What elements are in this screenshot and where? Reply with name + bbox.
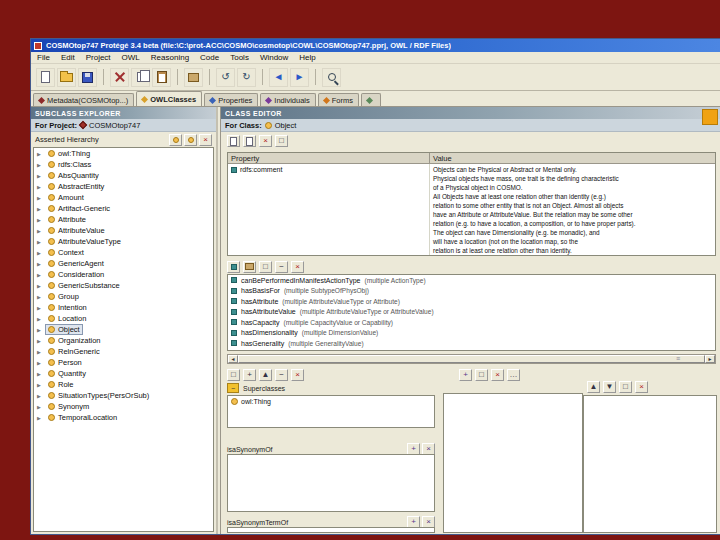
remove-superclass-button[interactable]: − [275,369,288,381]
delete-button[interactable]: × [491,369,504,381]
create-class-button[interactable] [169,134,182,146]
expand-arrow-icon[interactable]: ▶ [37,261,43,267]
menu-item[interactable]: Reasoning [151,53,189,62]
undo-button[interactable]: ↺ [216,68,235,87]
widget-state-icon[interactable]: − [227,383,239,393]
back-button[interactable]: ◄ [269,68,288,87]
delete-property-button[interactable]: × [291,261,304,273]
menu-item[interactable]: Tools [230,53,249,62]
delete-button[interactable]: × [635,381,648,393]
tree-item[interactable]: ▶ GenericAgent [34,258,213,269]
expand-arrow-icon[interactable]: ▶ [37,239,43,245]
tree-item[interactable]: ▶ Synonym [34,401,213,412]
add-existing-property-button[interactable] [243,261,256,273]
expand-arrow-icon[interactable]: ▶ [37,371,43,377]
expand-arrow-icon[interactable]: ▶ [37,316,43,322]
create-annotation-button[interactable] [227,135,240,147]
expand-arrow-icon[interactable]: ▶ [37,195,43,201]
tree-item[interactable]: ▶ Organization [34,335,213,346]
move-up-button[interactable]: ▲ [259,369,272,381]
create-superclass-button[interactable]: + [243,369,256,381]
expand-arrow-icon[interactable]: ▶ [37,283,43,289]
more-button[interactable]: … [507,369,520,381]
tree-item[interactable]: ▶ Role [34,379,213,390]
find-button[interactable] [322,68,341,87]
redo-button[interactable]: ↻ [237,68,256,87]
properties-list[interactable]: canBePerformedInManifestActionType (mult… [227,274,716,351]
create-property-button[interactable] [227,261,240,273]
tab[interactable] [361,93,381,106]
scroll-right-button[interactable]: ► [705,355,715,363]
expand-arrow-icon[interactable]: ▶ [37,162,43,168]
expand-arrow-icon[interactable]: ▶ [37,393,43,399]
view-property-button[interactable]: □ [259,261,272,273]
expand-arrow-icon[interactable]: ▶ [37,382,43,388]
middle-widget-box[interactable] [443,393,583,533]
expand-arrow-icon[interactable]: ▶ [37,327,43,333]
new-project-button[interactable] [36,68,55,87]
delete-class-button[interactable]: × [199,134,212,146]
tree-item[interactable]: ▶ AbstractEntity [34,181,213,192]
tab[interactable]: Metadata(COSMOtop...) [33,93,134,106]
tree-item[interactable]: ▶ rdfs:Class [34,159,213,170]
tree-item[interactable]: ▶ TemporalLocation [34,412,213,423]
menu-item[interactable]: Project [86,53,111,62]
delete-superclass-button[interactable]: × [291,369,304,381]
create-button[interactable]: + [459,369,472,381]
tree-item[interactable]: ▶ Amount [34,192,213,203]
menu-item[interactable]: Code [200,53,219,62]
tab[interactable]: Forms [318,93,359,106]
property-row[interactable]: hasAttributeValue (multiple AttributeVal… [228,307,715,318]
paste-button[interactable] [152,68,171,87]
tree-item[interactable]: ▶ Artifact-Generic [34,203,213,214]
synonym-value-box[interactable] [227,454,435,512]
expand-arrow-icon[interactable]: ▶ [37,250,43,256]
tree-item[interactable]: ▶ Consideration [34,269,213,280]
delete-annotation-button[interactable]: × [259,135,272,147]
tree-item[interactable]: ▶ Person [34,357,213,368]
menu-item[interactable]: OWL [122,53,140,62]
edit-annotation-button[interactable] [243,135,256,147]
menu-item[interactable]: File [37,53,50,62]
expand-arrow-icon[interactable]: ▶ [37,217,43,223]
annotations-table[interactable]: Property Value rdfs:comment Objects can … [227,152,716,256]
copy-button[interactable] [131,68,150,87]
forward-button[interactable]: ► [290,68,309,87]
tree-item[interactable]: ▶ SituationTypes(PersOrSub) [34,390,213,401]
create-subclass-button[interactable] [184,134,197,146]
synonym-term-value-box[interactable] [227,527,435,533]
menu-item[interactable]: Help [299,53,315,62]
tree-item[interactable]: ▶ RelnGeneric [34,346,213,357]
property-row[interactable]: hasCapacity (multiple CapacityValue or C… [228,317,715,328]
tab[interactable]: Properties [204,93,258,106]
tree-item[interactable]: ▶ owl:Thing [34,148,213,159]
remove-property-button[interactable]: − [275,261,288,273]
menu-item[interactable]: Window [260,53,288,62]
tree-item[interactable]: ▶ GenericSubstance [34,280,213,291]
property-row[interactable]: hasDimensionality (multiple DimensionVal… [228,328,715,339]
menu-item[interactable]: Edit [61,53,75,62]
property-row[interactable]: hasBasisFor (multiple SubtypeOfPhysObj) [228,286,715,297]
expand-arrow-icon[interactable]: ▶ [37,415,43,421]
expand-arrow-icon[interactable]: ▶ [37,349,43,355]
expand-arrow-icon[interactable]: ▶ [37,272,43,278]
move-down-button[interactable]: ▼ [603,381,616,393]
tree-item[interactable]: ▶ AbsQuantity [34,170,213,181]
tree-item[interactable]: ▶ AttributeValueType [34,236,213,247]
scrollbar-thumb[interactable]: ≡ [238,355,705,363]
add-named-class-button[interactable]: □ [227,369,240,381]
tree-item[interactable]: ▶ Group [34,291,213,302]
expand-arrow-icon[interactable]: ▶ [37,151,43,157]
expand-arrow-icon[interactable]: ▶ [37,305,43,311]
expand-arrow-icon[interactable]: ▶ [37,294,43,300]
superclasses-list[interactable]: owl:Thing [227,395,435,428]
expand-arrow-icon[interactable]: ▶ [37,206,43,212]
view-button[interactable]: □ [619,381,632,393]
expand-arrow-icon[interactable]: ▶ [37,360,43,366]
property-row[interactable]: hasGenerality (multiple GeneralityValue) [228,338,715,349]
tab[interactable]: Individuals [260,93,315,106]
archive-button[interactable] [184,68,203,87]
tree-item[interactable]: ▶ Quantity [34,368,213,379]
expand-arrow-icon[interactable]: ▶ [37,404,43,410]
property-row[interactable]: hasLocation (multiple Location) [228,349,715,352]
